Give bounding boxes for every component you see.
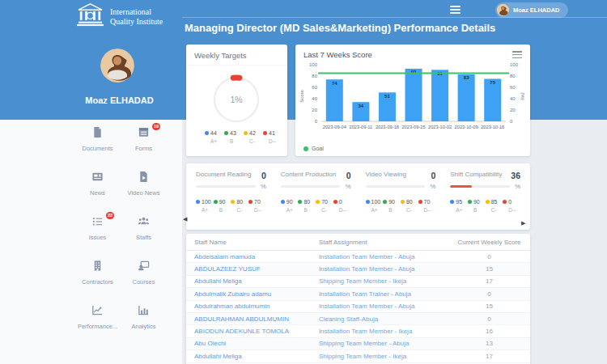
- staff-name-link[interactable]: Abdulrahman abdulmumin: [194, 303, 319, 310]
- bar-value-label: 34: [359, 104, 364, 108]
- metric-progress-track: [196, 185, 256, 188]
- metric-unit: %: [515, 183, 520, 190]
- svg-text:20: 20: [510, 108, 516, 112]
- weeks-score-card: Last 7 Weeks Score 002020404060608080100…: [295, 44, 530, 156]
- bar-value-label: 74: [332, 81, 337, 86]
- goal-legend-dot: [304, 146, 308, 151]
- metric-document-reading: Document Reading0%100A+90B80C-70D--: [196, 171, 266, 213]
- carousel-prev-button[interactable]: ◀: [183, 216, 187, 222]
- metric-progress-fill: [450, 185, 472, 188]
- legend-dot: [383, 200, 387, 204]
- legend-item: 70D--: [248, 199, 266, 213]
- staff-name-link[interactable]: Abdullahi Meliga: [194, 277, 319, 285]
- staff-assignment: Installation Team Member - Abuja: [319, 303, 456, 310]
- bar: [458, 74, 475, 121]
- document-icon: [91, 126, 104, 139]
- staff-name-link[interactable]: Abdulmalik Zubairu adamu: [194, 290, 319, 298]
- legend-grade: C-: [401, 207, 418, 213]
- legend-item: 90A+: [281, 199, 299, 213]
- sidebar-item-issues[interactable]: 22Issues: [74, 210, 121, 255]
- carousel-next-button[interactable]: ▶: [521, 220, 525, 226]
- legend-dot: [244, 131, 248, 135]
- notification-badge: 22: [106, 212, 114, 219]
- institute-building-icon: [77, 3, 104, 30]
- staff-name-link[interactable]: ABDULRAHMAN ABDULMUMIN: [194, 315, 319, 323]
- sidebar-item-contractors[interactable]: Contractors: [74, 255, 121, 299]
- legend-value: 41: [269, 130, 275, 136]
- legend-dot: [486, 200, 490, 204]
- sidebar-item-performance[interactable]: Performance...: [74, 299, 121, 344]
- weekly-targets-card: Weekly Targets 1% 44A+43B42C-41D--: [186, 44, 287, 156]
- table-row[interactable]: Abdelsalam mamudaInstallation Team Membe…: [186, 251, 530, 263]
- goal-legend: Goal: [304, 146, 324, 151]
- svg-text:0: 0: [510, 119, 513, 124]
- staff-name-link[interactable]: Abdullahi Meliga: [194, 353, 319, 360]
- metric-progress-track: [366, 185, 426, 188]
- weeks-score-title: Last 7 Weeks Score: [304, 50, 372, 59]
- sidebar-item-label: Staffs: [121, 234, 167, 241]
- profile-avatar[interactable]: [100, 49, 134, 83]
- table-row[interactable]: ABDULRAHMAN ABDULMUMINCleaning Staff-Abu…: [186, 313, 530, 325]
- legend-dot: [231, 200, 235, 204]
- sidebar-item-video-news[interactable]: Video News: [121, 166, 167, 210]
- legend-item: 90B: [214, 199, 231, 213]
- table-row[interactable]: Abdulmalik Zubairu adamuInstallation Tea…: [186, 288, 530, 300]
- table-row[interactable]: Abu OlechiShipping Team Member - Abuja13: [186, 338, 530, 350]
- legend-value: 43: [230, 130, 236, 136]
- staff-assignment: Shipping Team Member - Ikeja: [319, 277, 456, 285]
- legend-value: 0: [508, 199, 511, 205]
- sidebar-item-label: Documents: [74, 145, 121, 152]
- brand-name: International Quality Institute: [110, 7, 163, 27]
- svg-text:60: 60: [312, 85, 317, 90]
- x-axis-label: 2023-10-09: [455, 125, 478, 129]
- hamburger-menu-icon[interactable]: [450, 6, 461, 14]
- legend-item: 80C-: [401, 199, 418, 213]
- table-row[interactable]: ABIODUN ADEKUNLE TOMOLAInstallation Team…: [186, 325, 530, 337]
- bar: [405, 69, 422, 121]
- legend-value: 70: [321, 199, 328, 205]
- weekly-score: 17: [456, 353, 522, 360]
- staff-name-link[interactable]: ABDULAZEEZ YUSUF: [194, 265, 319, 273]
- staff-assignment: Installation Team Member - Abuja: [319, 265, 456, 273]
- video-news-icon: [138, 171, 150, 184]
- table-body: Abdelsalam mamudaInstallation Team Membe…: [186, 251, 530, 363]
- sidebar-item-documents[interactable]: Documents: [74, 121, 121, 166]
- legend-grade: C-: [231, 207, 248, 213]
- legend-value: 80: [304, 199, 310, 205]
- issues-icon: [91, 215, 104, 228]
- legend-dot: [316, 200, 320, 204]
- staff-name-link[interactable]: ABIODUN ADEKUNLE TOMOLA: [194, 328, 319, 335]
- weekly-score: 13: [456, 340, 522, 347]
- staffs-icon: [138, 215, 150, 228]
- weekly-score: 16: [456, 328, 522, 335]
- brand-logo: International Quality Institute: [77, 3, 163, 30]
- sidebar-item-staffs[interactable]: Staffs: [121, 210, 167, 255]
- legend-value: 95: [456, 199, 462, 205]
- user-menu[interactable]: Moaz ELHADAD: [495, 2, 568, 18]
- weekly-targets-title: Weekly Targets: [186, 44, 287, 66]
- table-row[interactable]: Abdulrahman abdulmuminInstallation Team …: [186, 301, 530, 313]
- sidebar-item-news[interactable]: News: [74, 166, 121, 210]
- sidebar-item-courses[interactable]: Courses: [121, 255, 167, 299]
- legend-item: 70C-: [316, 199, 333, 213]
- table-row[interactable]: Abdullahi MeligaShipping Team Member - I…: [186, 276, 530, 288]
- chart-context-menu-icon[interactable]: [512, 51, 522, 58]
- sidebar-item-label: Issues: [74, 234, 121, 241]
- legend-item: 100A+: [196, 199, 214, 213]
- x-axis-label: 2023-09-18: [376, 125, 399, 129]
- bar: [484, 79, 501, 122]
- bar-chart: 002020404060608080100100742023-09-043420…: [295, 60, 530, 134]
- legend-item: 0D--: [503, 199, 520, 213]
- metrics-row: Document Reading0%100A+90B80C-70D--Conte…: [186, 163, 530, 218]
- legend-value: 100: [371, 199, 381, 205]
- sidebar-item-label: Video News: [121, 189, 167, 197]
- svg-text:(%): (%): [520, 92, 525, 99]
- staff-name-link[interactable]: Abdelsalam mamuda: [194, 253, 319, 260]
- sidebar-item-analytics[interactable]: Analytics: [121, 299, 167, 344]
- table-row[interactable]: ABDULAZEEZ YUSUFInstallation Team Member…: [186, 263, 530, 275]
- legend-value: 80: [236, 199, 243, 205]
- table-row[interactable]: Abdullahi MeligaShipping Team Member - I…: [186, 350, 530, 362]
- staff-name-link[interactable]: Abu Olechi: [194, 340, 319, 347]
- sidebar-item-label: Contractors: [74, 278, 121, 286]
- sidebar-item-forms[interactable]: 19Forms: [121, 121, 167, 166]
